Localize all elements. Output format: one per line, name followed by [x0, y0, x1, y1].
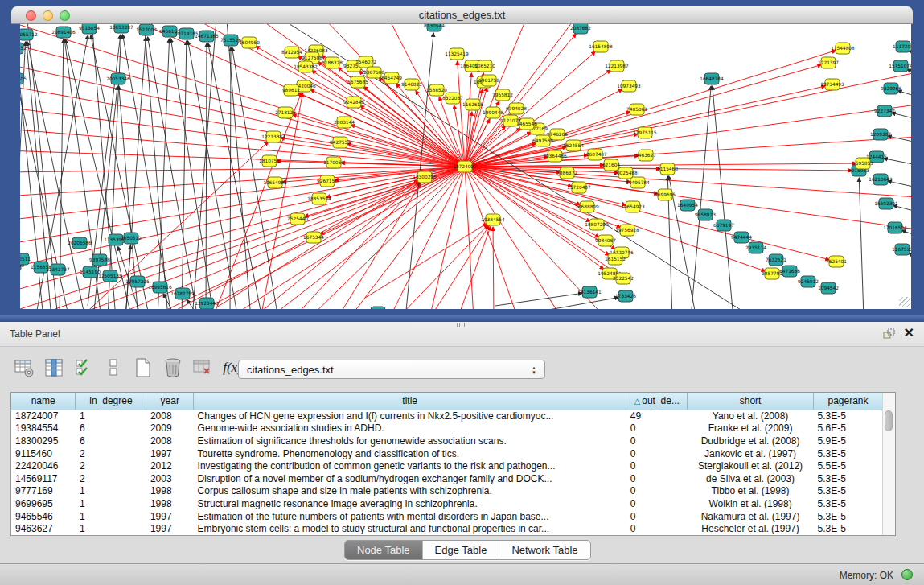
- table-cell[interactable]: 0: [626, 510, 688, 523]
- graph-node[interactable]: 1588520: [426, 84, 447, 96]
- window-titlebar[interactable]: citations_edges.txt: [11, 6, 913, 24]
- table-cell[interactable]: 0: [626, 485, 688, 498]
- attribute-table[interactable]: namein_degreeyeartitle△out_de...shortpag…: [11, 393, 883, 535]
- graph-node[interactable]: 12505135: [98, 270, 122, 282]
- graph-node[interactable]: 1221397: [818, 57, 839, 68]
- graph-node[interactable]: 17016504: [883, 222, 907, 233]
- graph-node[interactable]: 11544808: [831, 43, 855, 54]
- table-cell[interactable]: 1: [76, 522, 146, 535]
- table-cell[interactable]: Changes of HCN gene expression and I(f) …: [194, 410, 626, 422]
- graph-node[interactable]: 9463627: [635, 150, 656, 161]
- graph-node[interactable]: 2935114: [745, 242, 766, 253]
- graph-node[interactable]: 16995816: [148, 282, 172, 293]
- table-cell[interactable]: Franke et al. (2009): [688, 422, 814, 435]
- table-cell[interactable]: Investigating the contribution of common…: [194, 459, 626, 472]
- graph-node[interactable]: 6794028: [506, 103, 527, 114]
- graph-node[interactable]: 14055712: [20, 29, 38, 40]
- table-cell[interactable]: Wolkin et al. (1998): [688, 497, 814, 510]
- graph-node[interactable]: 8130544: [424, 24, 445, 31]
- graph-node[interactable]: 8454749: [381, 72, 402, 84]
- table-cell[interactable]: 1997: [146, 447, 194, 460]
- graph-node[interactable]: 2522542: [613, 273, 634, 284]
- table-cell[interactable]: 9115460: [11, 447, 76, 460]
- split-divider[interactable]: [0, 315, 924, 322]
- graph-node[interactable]: 2050512: [121, 233, 142, 244]
- table-cell[interactable]: 0: [626, 497, 688, 510]
- table-cell[interactable]: 2008: [146, 435, 194, 447]
- graph-node[interactable]: 15692391: [874, 198, 898, 209]
- table-cell[interactable]: 5.3E-5: [813, 472, 882, 485]
- table-cell[interactable]: Estimation of the future numbers of pati…: [194, 510, 626, 523]
- graph-node[interactable]: 10688809: [575, 201, 599, 212]
- table-row[interactable]: 946362711997Embryonic stem cells: a mode…: [11, 522, 883, 535]
- graph-node[interactable]: 6961758: [478, 75, 499, 86]
- graph-node[interactable]: 12923448: [195, 298, 219, 309]
- graph-node[interactable]: 1340552: [20, 43, 27, 54]
- graph-node[interactable]: 8912954: [281, 47, 302, 58]
- table-cell[interactable]: 18724007: [11, 410, 76, 422]
- graph-node[interactable]: 14136141: [577, 286, 602, 298]
- table-cell[interactable]: 0: [626, 447, 688, 460]
- table-cell[interactable]: 1: [76, 410, 146, 422]
- table-cell[interactable]: 5.3E-5: [813, 522, 882, 535]
- table-settings-icon[interactable]: [13, 356, 35, 380]
- graph-node[interactable]: 2616205: [20, 73, 27, 84]
- table-cell[interactable]: 6: [76, 422, 146, 435]
- table-row[interactable]: 1830029562008Estimation of significance …: [11, 435, 883, 447]
- column-header-in-degree[interactable]: in_degree: [76, 393, 146, 410]
- column-header-year[interactable]: year: [146, 393, 194, 410]
- graph-node[interactable]: 1162615: [462, 99, 483, 110]
- table-cell[interactable]: 19384554: [11, 422, 76, 435]
- graph-node[interactable]: 8427552: [330, 137, 351, 148]
- column-header-title[interactable]: title: [194, 393, 626, 410]
- close-panel-icon[interactable]: ✕: [904, 326, 914, 340]
- table-cell[interactable]: 2: [76, 447, 146, 460]
- tab-node-table[interactable]: Node Table: [345, 541, 422, 559]
- graph-node[interactable]: 1527002: [136, 24, 157, 35]
- graph-node[interactable]: 10654985: [263, 177, 287, 188]
- table-scrollbar[interactable]: [882, 393, 895, 535]
- resize-grip-icon[interactable]: [899, 297, 910, 308]
- graph-node[interactable]: 9227342: [874, 105, 895, 117]
- graph-node[interactable]: 9242845: [343, 97, 364, 108]
- table-cell[interactable]: 5.5E-5: [813, 459, 882, 472]
- tab-network-table[interactable]: Network Table: [499, 541, 589, 559]
- network-graph[interactable]: 1405571220891406931305410653287152700264…: [20, 24, 911, 309]
- column-header-name[interactable]: name: [11, 393, 76, 410]
- table-cell[interactable]: Structural magnetic resonance image aver…: [194, 497, 626, 510]
- graph-node[interactable]: 1065210: [474, 60, 495, 72]
- graph-node[interactable]: 9121077: [500, 115, 521, 126]
- graph-node[interactable]: 9858923: [695, 209, 716, 220]
- table-cell[interactable]: 2: [76, 459, 146, 472]
- graph-node[interactable]: 10653287: [109, 24, 133, 33]
- table-cell[interactable]: 5.3E-5: [813, 410, 882, 422]
- graph-node[interactable]: 7604950: [239, 37, 260, 48]
- graph-node[interactable]: 6679197: [713, 220, 734, 231]
- table-cell[interactable]: de Silva et al. (2003): [688, 472, 814, 485]
- graph-node[interactable]: 7886372: [556, 167, 577, 179]
- table-cell[interactable]: 2: [76, 472, 146, 485]
- column-header-short[interactable]: short: [688, 393, 814, 410]
- table-cell[interactable]: 5.6E-5: [813, 422, 882, 435]
- table-row[interactable]: 911546021997Tourette syndrome. Phenomeno…: [11, 447, 883, 460]
- graph-node[interactable]: 1990448: [483, 107, 503, 118]
- graph-node[interactable]: 16210643: [869, 174, 893, 185]
- table-row[interactable]: 1938455462009Genome-wide association stu…: [11, 422, 883, 435]
- table-cell[interactable]: 9463627: [11, 522, 76, 535]
- table-cell[interactable]: Hescheler et al. (1997): [688, 522, 814, 535]
- table-header-row[interactable]: namein_degreeyeartitle△out_de...shortpag…: [11, 393, 883, 410]
- table-scrollbar-thumb[interactable]: [885, 410, 893, 431]
- graph-node[interactable]: 1640954: [677, 200, 698, 211]
- table-cell[interactable]: 9699695: [11, 497, 76, 510]
- table-cell[interactable]: 0: [626, 472, 688, 485]
- graph-node[interactable]: 3624554: [563, 140, 584, 151]
- graph-node[interactable]: 1170051: [323, 157, 344, 168]
- table-cell[interactable]: 5.3E-5: [813, 447, 882, 460]
- new-table-icon[interactable]: [132, 356, 154, 380]
- graph-node[interactable]: 19654923: [621, 201, 645, 212]
- table-cell[interactable]: 5.3E-5: [813, 497, 882, 510]
- graph-node[interactable]: 989612: [282, 84, 300, 96]
- table-cell[interactable]: 0: [626, 435, 688, 447]
- table-cell[interactable]: Disruption of a novel member of a sodium…: [194, 472, 626, 485]
- table-cell[interactable]: Embryonic stem cells: a model to study s…: [194, 522, 626, 535]
